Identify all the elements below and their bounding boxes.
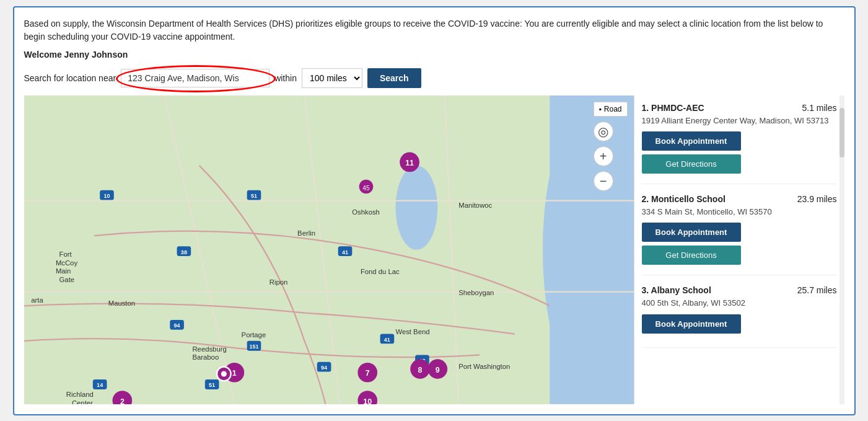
result-address: 1919 Alliant Energy Center Way, Madison,…	[642, 115, 837, 126]
welcome-text: Welcome Jenny Johnson	[24, 50, 844, 60]
svg-text:Gate: Gate	[59, 276, 74, 283]
zoom-out-button[interactable]: −	[594, 171, 613, 191]
svg-text:9: 9	[435, 366, 439, 374]
result-address: 334 S Main St, Monticello, WI 53570	[642, 206, 837, 218]
result-item: 1. PHMDC-AEC 5.1 miles 1919 Alliant Ener…	[642, 103, 837, 184]
svg-text:11: 11	[405, 159, 414, 167]
result-distance: 25.7 miles	[797, 285, 837, 295]
road-button[interactable]: ▪ Road	[594, 102, 628, 117]
svg-point-3	[395, 166, 437, 250]
miles-select[interactable]: 100 miles 50 miles 25 miles 10 miles	[302, 68, 362, 88]
svg-text:arta: arta	[31, 296, 43, 304]
svg-text:2: 2	[120, 397, 124, 404]
scrollbar-thumb[interactable]	[840, 108, 844, 157]
svg-text:41: 41	[384, 337, 390, 343]
svg-text:Ripon: Ripon	[269, 278, 287, 286]
book-appointment-button-3[interactable]: Book Appointment	[642, 314, 741, 334]
result-item: 2. Monticello School 23.9 miles 334 S Ma…	[642, 194, 837, 275]
road-label: Road	[604, 105, 622, 113]
svg-text:8: 8	[418, 366, 422, 374]
svg-text:Main: Main	[55, 267, 71, 275]
svg-point-57	[221, 371, 226, 376]
svg-text:10: 10	[103, 193, 110, 199]
svg-text:14: 14	[97, 382, 103, 388]
road-icon: ▪	[599, 105, 602, 113]
map-area: 38 51 10 41 94 151 41 43 94 14	[24, 95, 634, 404]
svg-text:West Bend: West Bend	[395, 328, 429, 335]
zoom-in-button[interactable]: +	[594, 146, 613, 166]
result-distance: 23.9 miles	[797, 194, 837, 204]
result-header: 3. Albany School 25.7 miles	[642, 285, 837, 295]
svg-text:151: 151	[249, 343, 258, 350]
svg-text:Oshkosh: Oshkosh	[352, 208, 380, 216]
svg-text:41: 41	[341, 249, 348, 255]
svg-text:7: 7	[365, 369, 369, 378]
search-label: Search for location near	[24, 73, 116, 83]
svg-text:10: 10	[363, 397, 372, 404]
results-panel: 1. PHMDC-AEC 5.1 miles 1919 Alliant Ener…	[634, 95, 844, 404]
result-name: 3. Albany School	[642, 285, 711, 295]
scrollbar-track[interactable]	[840, 95, 844, 404]
location-button[interactable]: ◎	[594, 122, 613, 141]
svg-text:Manitowoc: Manitowoc	[458, 202, 492, 209]
get-directions-button-1[interactable]: Get Directions	[642, 154, 741, 174]
svg-text:Richland: Richland	[66, 391, 93, 398]
search-bar: Search for location near within 100 mile…	[24, 68, 844, 88]
book-appointment-button-2[interactable]: Book Appointment	[642, 223, 741, 242]
svg-text:51: 51	[250, 193, 256, 199]
svg-text:51: 51	[209, 382, 215, 388]
svg-text:Portage: Portage	[241, 331, 266, 339]
result-header: 2. Monticello School 23.9 miles	[642, 194, 837, 204]
result-address: 400 5th St, Albany, WI 53502	[642, 298, 837, 309]
svg-text:Fond du Lac: Fond du Lac	[360, 268, 399, 275]
result-header: 1. PHMDC-AEC 5.1 miles	[642, 103, 837, 113]
svg-text:94: 94	[173, 322, 180, 329]
svg-text:Mauston: Mauston	[108, 299, 134, 307]
svg-text:Reedsburg: Reedsburg	[192, 345, 226, 353]
svg-text:Center: Center	[71, 399, 92, 404]
svg-text:Sheboygan: Sheboygan	[458, 289, 494, 296]
svg-text:94: 94	[321, 365, 327, 371]
info-text: Based on supply, the Wisconsin Departmen…	[24, 17, 844, 43]
svg-text:38: 38	[180, 249, 186, 255]
svg-rect-0	[24, 95, 634, 404]
svg-text:Baraboo: Baraboo	[192, 353, 219, 361]
map-controls: ▪ Road ◎ + −	[594, 102, 628, 191]
result-item: 3. Albany School 25.7 miles 400 5th St, …	[642, 285, 837, 347]
svg-text:Fort: Fort	[59, 250, 72, 258]
main-content: 38 51 10 41 94 151 41 43 94 14	[24, 95, 844, 404]
book-appointment-button-1[interactable]: Book Appointment	[642, 131, 741, 151]
get-directions-button-2[interactable]: Get Directions	[642, 246, 741, 265]
search-input[interactable]	[121, 69, 270, 87]
svg-text:45: 45	[362, 185, 370, 192]
main-container: Based on supply, the Wisconsin Departmen…	[13, 6, 856, 415]
search-button[interactable]: Search	[367, 68, 421, 88]
svg-text:McCoy: McCoy	[55, 259, 77, 267]
search-input-wrapper	[121, 69, 270, 87]
svg-text:1: 1	[232, 369, 236, 378]
svg-text:Berlin: Berlin	[297, 229, 315, 237]
within-label: within	[274, 73, 297, 83]
result-name: 2. Monticello School	[642, 194, 726, 204]
result-distance: 5.1 miles	[802, 103, 836, 113]
result-name: 1. PHMDC-AEC	[642, 103, 704, 113]
svg-text:Port Washington: Port Washington	[458, 363, 510, 370]
